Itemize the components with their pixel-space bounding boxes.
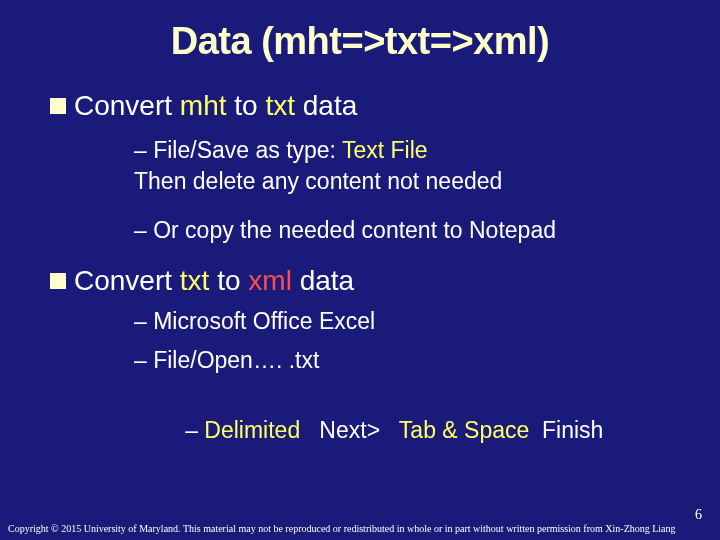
sec1-sub1-pre: – File/Save as type: xyxy=(134,137,342,163)
sec2-sub3: – Delimited Next> Tab & Space Finish xyxy=(134,384,710,477)
slide-content: Data (mht=>txt=>xml) Convert mht to txt … xyxy=(0,0,720,477)
sec2-sub3-d: Tab & Space xyxy=(399,417,529,443)
sec2-sub3-e: Finish xyxy=(529,417,603,443)
sec1-tail: data xyxy=(295,90,357,121)
sec2-lead: Convert xyxy=(74,265,180,296)
sec2-mid: to xyxy=(209,265,248,296)
sec1-sub1-hl: Text File xyxy=(342,137,428,163)
sec1-hl2: txt xyxy=(265,90,295,121)
section-1-heading: Convert mht to txt data xyxy=(50,87,710,125)
bullet-square-icon xyxy=(50,273,66,289)
section-2-sublist: – Microsoft Office Excel – File/Open…. .… xyxy=(134,306,710,477)
sec1-mid: to xyxy=(227,90,266,121)
page-number: 6 xyxy=(8,507,712,523)
sec1-sub1: – File/Save as type: Text File Then dele… xyxy=(134,135,710,197)
sec1-sub2: – Or copy the needed content to Notepad xyxy=(134,215,710,246)
sec1-lead: Convert xyxy=(74,90,180,121)
sec2-hl1: txt xyxy=(180,265,210,296)
sec2-sub3-a: – xyxy=(185,417,204,443)
sec2-sub1: – Microsoft Office Excel xyxy=(134,306,710,337)
sec2-sub1-text: – Microsoft Office Excel xyxy=(134,308,375,334)
section-1: Convert mht to txt data – File/Save as t… xyxy=(50,87,710,246)
sec2-hl2: xml xyxy=(248,265,292,296)
sec1-sub1-line2: Then delete any content not needed xyxy=(134,168,502,194)
section-2: Convert txt to xml data – Microsoft Offi… xyxy=(50,262,710,477)
copyright-text: Copyright © 2015 University of Maryland.… xyxy=(8,523,712,534)
sec2-sub3-c: Next> xyxy=(300,417,399,443)
section-2-heading: Convert txt to xml data xyxy=(50,262,710,300)
sec2-tail: data xyxy=(292,265,354,296)
slide-title: Data (mht=>txt=>xml) xyxy=(10,20,710,63)
sec1-hl1: mht xyxy=(180,90,227,121)
sec2-sub2: – File/Open…. .txt xyxy=(134,345,710,376)
section-1-sublist: – File/Save as type: Text File Then dele… xyxy=(134,135,710,246)
sec2-sub2-text: – File/Open…. .txt xyxy=(134,347,319,373)
slide-footer: 6 Copyright © 2015 University of Marylan… xyxy=(0,507,720,536)
sec1-sub2-text: – Or copy the needed content to Notepad xyxy=(134,217,556,243)
bullet-square-icon xyxy=(50,98,66,114)
sec2-sub3-b: Delimited xyxy=(204,417,300,443)
